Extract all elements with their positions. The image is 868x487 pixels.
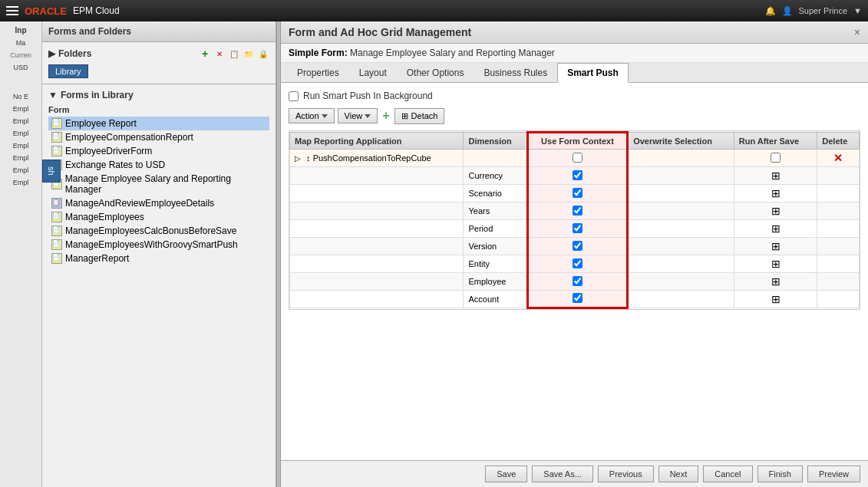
form-item-calc-bonus[interactable]: 📄 ManageEmployeesCalcBonusBeforeSave bbox=[48, 224, 269, 238]
use-form-checkbox-3[interactable] bbox=[573, 206, 583, 216]
dialog-header: Form and Ad Hoc Grid Management × bbox=[281, 21, 868, 44]
use-form-checkbox-2[interactable] bbox=[573, 188, 583, 198]
run-after-icon-8[interactable]: ⊞ bbox=[771, 293, 781, 305]
cell-use-form-2 bbox=[527, 185, 627, 202]
use-form-checkbox-6[interactable] bbox=[573, 258, 583, 268]
save-as-button[interactable]: Save As... bbox=[532, 466, 593, 482]
form-item-driver-form[interactable]: 📄 EmployeeDriverForm bbox=[48, 144, 269, 158]
run-after-icon-1[interactable]: ⊞ bbox=[771, 169, 781, 182]
side-button[interactable]: sh bbox=[42, 160, 61, 183]
nav-item-ma[interactable]: Ma bbox=[2, 38, 40, 48]
use-form-checkbox-1[interactable] bbox=[573, 170, 583, 180]
add-folder-icon[interactable]: + bbox=[199, 48, 211, 60]
delete-folder-icon[interactable]: ✕ bbox=[213, 48, 226, 60]
form-name-1: Employee Report bbox=[65, 118, 137, 129]
expand-icon-0[interactable]: ▷ bbox=[295, 154, 301, 163]
use-form-checkbox-0[interactable] bbox=[573, 153, 583, 163]
run-after-icon-4[interactable]: ⊞ bbox=[771, 222, 781, 235]
cell-delete-6 bbox=[817, 255, 860, 273]
detach-button[interactable]: ⊞ Detach bbox=[394, 108, 445, 124]
previous-button[interactable]: Previous bbox=[598, 466, 654, 482]
table-row: Period ⊞ bbox=[290, 220, 860, 238]
dialog-title: Form and Ad Hoc Grid Management bbox=[289, 26, 471, 38]
run-after-icon-7[interactable]: ⊞ bbox=[771, 275, 781, 288]
run-after-icon-6[interactable]: ⊞ bbox=[771, 258, 781, 270]
action-button[interactable]: Action bbox=[289, 108, 335, 123]
form-name-6: ManageAndReviewEmployeeDetails bbox=[65, 198, 214, 209]
notification-icon[interactable]: 🔔 bbox=[765, 6, 776, 16]
finish-button[interactable]: Finish bbox=[757, 466, 803, 482]
add-row-button[interactable]: + bbox=[381, 107, 391, 124]
folder-icon2[interactable]: 📁 bbox=[243, 48, 255, 60]
nav-item-noe: No E bbox=[2, 91, 40, 102]
tab-other-options[interactable]: Other Options bbox=[397, 63, 474, 83]
cell-map-reporting-8 bbox=[290, 291, 464, 308]
collapse-arrow[interactable]: ▶ bbox=[48, 48, 55, 59]
view-button[interactable]: View bbox=[338, 108, 378, 123]
form-item-compensation-report[interactable]: 📄 EmployeeCompensationReport bbox=[48, 130, 269, 144]
use-form-checkbox-7[interactable] bbox=[573, 276, 583, 286]
library-button[interactable]: Library bbox=[48, 64, 88, 78]
form-icon-9: 📄 bbox=[51, 239, 62, 250]
cell-use-form-8 bbox=[527, 291, 627, 308]
cell-run-after-2: ⊞ bbox=[734, 185, 817, 202]
hamburger-menu[interactable] bbox=[6, 6, 18, 15]
folder-icon1[interactable]: 📋 bbox=[228, 48, 240, 60]
run-after-checkbox-0[interactable] bbox=[771, 153, 781, 163]
close-button[interactable]: × bbox=[854, 27, 860, 38]
run-smart-push-checkbox[interactable] bbox=[289, 91, 299, 101]
col-header-overwrite-selection: Overwrite Selection bbox=[628, 133, 734, 150]
form-item-manage-employees[interactable]: 📄 ManageEmployees bbox=[48, 210, 269, 224]
cell-run-after-0 bbox=[734, 150, 817, 167]
table-row: Version ⊞ bbox=[290, 238, 860, 255]
save-button[interactable]: Save bbox=[485, 466, 527, 482]
cell-dimension-0 bbox=[464, 150, 527, 167]
use-form-checkbox-5[interactable] bbox=[573, 241, 583, 251]
form-col-label: Form bbox=[48, 103, 269, 117]
cell-delete-4 bbox=[817, 220, 860, 238]
tab-properties[interactable]: Properties bbox=[287, 63, 349, 83]
col-header-run-after-save: Run After Save bbox=[734, 133, 817, 150]
col-header-map-reporting: Map Reporting Application bbox=[290, 133, 464, 150]
form-item-groovy-smart-push[interactable]: 📄 ManageEmployeesWithGroovySmartPush bbox=[48, 238, 269, 252]
nav-item-cur[interactable]: Curren bbox=[2, 50, 40, 61]
content-area: Run Smart Push In Background Action View… bbox=[281, 83, 868, 460]
cell-delete-8 bbox=[817, 291, 860, 308]
use-form-checkbox-8[interactable] bbox=[573, 293, 583, 303]
run-after-icon-2[interactable]: ⊞ bbox=[771, 187, 781, 199]
use-form-checkbox-4[interactable] bbox=[573, 223, 583, 233]
run-after-icon-5[interactable]: ⊞ bbox=[771, 240, 781, 252]
form-item-exchange-rates[interactable]: 📄 Exchange Rates to USD bbox=[48, 158, 269, 172]
form-item-employee-report[interactable]: 📄 Employee Report bbox=[48, 117, 269, 130]
user-name: Super Prince bbox=[799, 6, 848, 15]
delete-icon-0[interactable]: ✕ bbox=[833, 152, 843, 164]
cell-map-reporting-2 bbox=[290, 185, 464, 202]
cell-dimension-5: Version bbox=[464, 238, 527, 255]
nav-item-inp[interactable]: Inp bbox=[2, 25, 40, 36]
tab-smart-push[interactable]: Smart Push bbox=[557, 63, 629, 83]
nav-item-empl4: Empl bbox=[2, 140, 40, 151]
form-item-manage-review[interactable]: 📋 ManageAndReviewEmployeeDetails bbox=[48, 196, 269, 210]
cell-delete-5 bbox=[817, 238, 860, 255]
cell-value-map-0: PushCompensationToRepCube bbox=[313, 153, 431, 163]
tab-business-rules[interactable]: Business Rules bbox=[474, 63, 557, 83]
run-after-icon-3[interactable]: ⊞ bbox=[771, 205, 781, 217]
preview-button[interactable]: Preview bbox=[807, 466, 860, 482]
forms-lib-collapse[interactable]: ▼ bbox=[48, 90, 58, 100]
table-row: Entity ⊞ bbox=[290, 255, 860, 273]
form-name-7: ManageEmployees bbox=[65, 212, 144, 222]
cancel-button[interactable]: Cancel bbox=[703, 466, 752, 482]
cell-use-form-1 bbox=[527, 167, 627, 185]
user-icon[interactable]: 👤 bbox=[782, 6, 793, 16]
cell-run-after-8: ⊞ bbox=[734, 291, 817, 308]
form-item-manage-salary[interactable]: 📄 Manage Employee Salary and Reporting M… bbox=[48, 172, 269, 196]
tabs-bar: Properties Layout Other Options Business… bbox=[281, 63, 868, 83]
dropdown-icon[interactable]: ▼ bbox=[853, 6, 862, 15]
form-item-manager-report[interactable]: 📄 ManagerReport bbox=[48, 252, 269, 265]
cell-run-after-4: ⊞ bbox=[734, 220, 817, 238]
form-icon-1: 📄 bbox=[51, 118, 62, 129]
folder-icon3[interactable]: 🔒 bbox=[257, 48, 269, 60]
next-button[interactable]: Next bbox=[658, 466, 699, 482]
tab-layout[interactable]: Layout bbox=[349, 63, 397, 83]
cell-overwrite-2 bbox=[628, 185, 734, 202]
